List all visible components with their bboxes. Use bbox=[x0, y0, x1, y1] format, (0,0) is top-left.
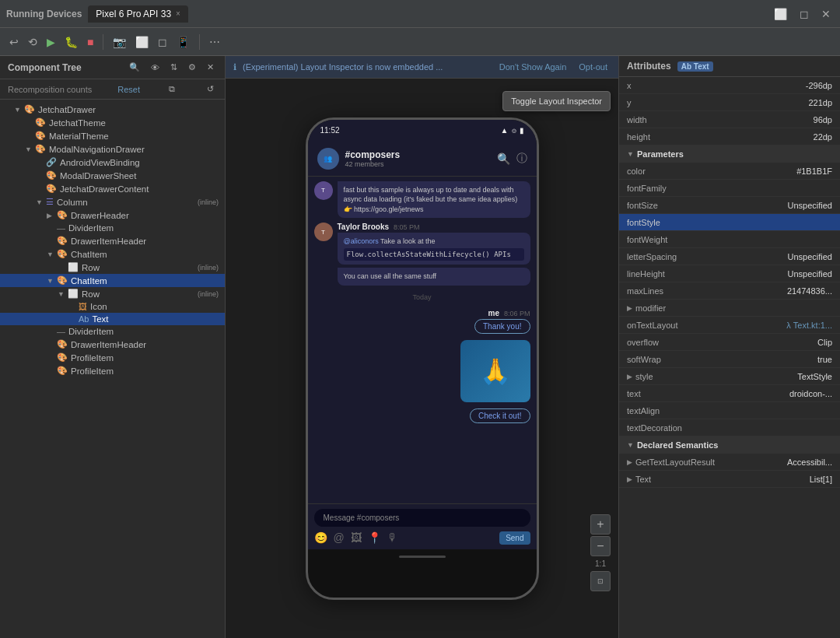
attr-value-ontextlayout[interactable]: λ Text.kt:1... bbox=[720, 321, 832, 330]
search-chat-icon[interactable]: 🔍 bbox=[497, 152, 510, 165]
tree-item-text-selected[interactable]: Ab Text bbox=[0, 313, 225, 325]
expand-style: ▶ bbox=[627, 373, 632, 380]
member-count: 42 members bbox=[345, 160, 401, 168]
attr-value-softwrap: true bbox=[720, 355, 832, 364]
label-jetchattheme: JetchatTheme bbox=[49, 118, 219, 128]
minimize-btn[interactable]: ⬜ bbox=[771, 6, 790, 22]
toolbar-device-btn[interactable]: 📱 bbox=[173, 34, 193, 50]
thank-you-btn[interactable]: Thank you! bbox=[474, 319, 530, 334]
toolbar-run-btn[interactable]: ▶ bbox=[44, 34, 58, 50]
tree-item-modaldrawersheet[interactable]: 🎨 ModalDrawerSheet bbox=[0, 169, 225, 182]
tree-item-materialtheme[interactable]: 🎨 MaterialTheme bbox=[0, 129, 225, 142]
toolbar-forward-btn[interactable]: ⟲ bbox=[25, 34, 40, 50]
attr-fontstyle-selected[interactable]: fontStyle bbox=[619, 214, 840, 231]
message-me: me 8:06 PM Thank you! 🙏 Check it out! bbox=[314, 309, 530, 423]
tree-item-profileitem2[interactable]: 🎨 ProfileItem bbox=[0, 364, 225, 377]
tree-item-divideritem1[interactable]: — DividerItem bbox=[0, 222, 225, 234]
msg-sender-2: Taylor Brooks bbox=[338, 223, 390, 231]
arrow-chatitem1: ▼ bbox=[47, 251, 54, 258]
label-chatitem2: ChatItem bbox=[71, 276, 219, 286]
reset-btn[interactable]: Reset bbox=[117, 85, 140, 94]
maximize-btn[interactable]: ◻ bbox=[796, 6, 812, 22]
tree-item-row1[interactable]: ⬜ Row (inline) bbox=[0, 261, 225, 274]
battery-icon: ▮ bbox=[520, 126, 524, 135]
label-jetchatdrawer: JetchatDrawer bbox=[38, 105, 219, 114]
zoom-controls: + − 1:1 ⊡ bbox=[590, 514, 611, 591]
tree-item-modalnavdrawer[interactable]: ▼ 🎨 ModalNavigationDrawer bbox=[0, 142, 225, 156]
tree-item-profileitem1[interactable]: 🎨 ProfileItem bbox=[0, 351, 225, 364]
tree-item-draweritemheader[interactable]: 🎨 DrawerItemHeader bbox=[0, 234, 225, 247]
phone-status-bar: 11:52 ▲ ⌾ ▮ bbox=[308, 120, 537, 142]
sort-icon-btn[interactable]: ⇅ bbox=[167, 61, 180, 74]
tree-item-jetchatdrawercontent[interactable]: 🎨 JetchatDrawerContent bbox=[0, 182, 225, 195]
info-chat-icon[interactable]: ⓘ bbox=[516, 152, 527, 166]
label-row2: Row bbox=[82, 289, 194, 299]
toolbar: ↩ ⟲ ▶ 🐛 ■ 📷 ⬜ ◻ 📱 ⋯ bbox=[0, 28, 840, 56]
toolbar-debug-btn[interactable]: 🐛 bbox=[61, 34, 81, 50]
opt-out-btn[interactable]: Opt-out bbox=[576, 61, 611, 73]
tab-label: Pixel 6 Pro API 33 bbox=[96, 9, 171, 19]
toolbar-more-btn[interactable]: ⋯ bbox=[206, 34, 223, 50]
check-it-out-btn[interactable]: Check it out! bbox=[470, 408, 530, 423]
tree-item-icon[interactable]: 🖼 Icon bbox=[0, 300, 225, 313]
close-panel-btn[interactable]: ✕ bbox=[204, 61, 217, 74]
mic-icon[interactable]: 🎙 bbox=[387, 531, 398, 544]
settings-icon-btn[interactable]: ⚙ bbox=[185, 61, 199, 74]
icon-materialtheme: 🎨 bbox=[35, 131, 46, 141]
copy-icon-btn[interactable]: ⧉ bbox=[166, 82, 178, 96]
tree-item-drawerheader[interactable]: ▶ 🎨 DrawerHeader bbox=[0, 209, 225, 222]
tree-item-divideritem2[interactable]: — DividerItem bbox=[0, 325, 225, 338]
attr-key-fontstyle: fontStyle bbox=[627, 218, 720, 227]
toolbar-stop-btn[interactable]: ■ bbox=[84, 34, 96, 50]
icon-divideritem2: — bbox=[57, 327, 65, 336]
tree-item-chatitem1[interactable]: ▼ 🎨 ChatItem bbox=[0, 247, 225, 261]
close-btn[interactable]: ✕ bbox=[818, 6, 834, 22]
center-panel: ℹ (Experimental) Layout Inspector is now… bbox=[226, 56, 618, 638]
tab-close-btn[interactable]: × bbox=[176, 9, 180, 18]
location-icon[interactable]: 📍 bbox=[368, 531, 381, 544]
expand-gettextlayoutresult: ▶ bbox=[627, 458, 632, 466]
refresh-icon-btn[interactable]: ↺ bbox=[204, 82, 217, 96]
icon-text: Ab bbox=[79, 314, 89, 324]
send-btn[interactable]: Send bbox=[499, 531, 530, 545]
eye-icon-btn[interactable]: 👁 bbox=[148, 61, 163, 74]
section-label-parameters: Parameters bbox=[637, 149, 684, 159]
search-icon-btn[interactable]: 🔍 bbox=[126, 61, 143, 74]
attr-modifier[interactable]: ▶ modifier bbox=[619, 300, 840, 317]
icon-jetchatdrawer: 🎨 bbox=[24, 104, 35, 114]
tooltip-text: Toggle Layout Inspector bbox=[511, 96, 602, 106]
tree-item-row2[interactable]: ▼ ⬜ Row (inline) bbox=[0, 287, 225, 300]
toolbar-back-btn[interactable]: ↩ bbox=[6, 34, 22, 50]
attr-key-textdecoration: textDecoration bbox=[627, 423, 720, 433]
tree-item-androidviewbinding[interactable]: 🔗 AndroidViewBinding bbox=[0, 156, 225, 169]
msg-avatar-1: T bbox=[314, 181, 333, 200]
toolbar-layout-btn[interactable]: ⬜ bbox=[132, 34, 152, 50]
dont-show-again-btn[interactable]: Don't Show Again bbox=[496, 61, 570, 73]
msg-content-1: fast but this sample is always up to dat… bbox=[338, 181, 530, 219]
image-icon[interactable]: 🖼 bbox=[351, 531, 362, 544]
toolbar-screenshot-btn[interactable]: 📷 bbox=[110, 34, 129, 50]
attr-text-semantics[interactable]: ▶ Text List[1] bbox=[619, 471, 840, 488]
tree-item-column[interactable]: ▼ ☰ Column (inline) bbox=[0, 195, 225, 209]
at-icon[interactable]: @ bbox=[334, 531, 345, 544]
icon-profileitem1: 🎨 bbox=[57, 352, 68, 363]
attr-value-text: droidcon-... bbox=[720, 389, 832, 398]
emoji-icon[interactable]: 😊 bbox=[314, 531, 327, 544]
toolbar-grid-btn[interactable]: ◻ bbox=[155, 34, 170, 50]
message-2: T Taylor Brooks 8:05 PM @aliconors Take … bbox=[314, 223, 530, 286]
attr-gettextlayoutresult[interactable]: ▶ GetTextLayoutResult Accessibil... bbox=[619, 454, 840, 471]
message-input-field[interactable]: Message #composers bbox=[314, 509, 530, 527]
active-tab[interactable]: Pixel 6 Pro API 33 × bbox=[88, 5, 188, 23]
attr-x: x -296dp bbox=[619, 77, 840, 94]
tree-item-jetchattheme[interactable]: 🎨 JetchatTheme bbox=[0, 116, 225, 129]
zoom-fit-btn[interactable]: ⊡ bbox=[590, 571, 611, 591]
attr-style[interactable]: ▶ style TextStyle bbox=[619, 368, 840, 385]
zoom-in-btn[interactable]: + bbox=[590, 514, 611, 535]
attr-key-modifier: modifier bbox=[635, 303, 729, 313]
attr-value-color: #1B1B1F bbox=[720, 167, 832, 176]
tree-item-chatitem2-selected[interactable]: ▼ 🎨 ChatItem bbox=[0, 274, 225, 287]
tree-item-jetchatdrawer[interactable]: ▼ 🎨 JetchatDrawer bbox=[0, 103, 225, 116]
attr-key-fontsize: fontSize bbox=[627, 201, 720, 210]
tree-item-draweritemheader2[interactable]: 🎨 DrawerItemHeader bbox=[0, 338, 225, 351]
zoom-out-btn[interactable]: − bbox=[590, 536, 611, 556]
